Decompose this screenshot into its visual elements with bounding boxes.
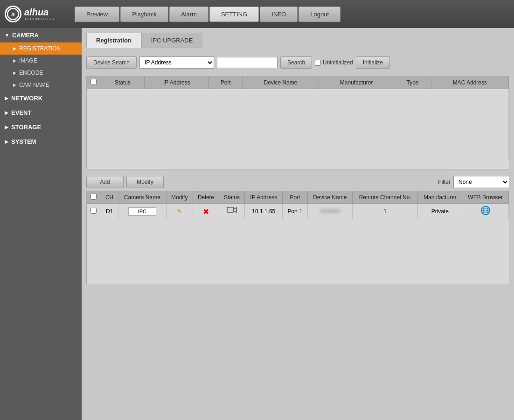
svg-text:a: a xyxy=(11,11,14,18)
search-input[interactable] xyxy=(217,57,278,68)
row-checkbox[interactable] xyxy=(90,208,97,214)
sidebar-item-registration[interactable]: ▶ REGISTRATION xyxy=(0,42,82,55)
col-port: Port xyxy=(209,77,243,89)
uninitialized-checkbox-label[interactable]: Uninitialized xyxy=(315,59,353,66)
col-ip-address: IP Address xyxy=(145,77,209,89)
sidebar-section-network: ▶ NETWORK xyxy=(0,91,82,105)
logo-icon: a xyxy=(5,6,21,22)
logo-text: alhua xyxy=(24,7,55,17)
main-nav: Preview Playback Alarm SETTING INFO Logo… xyxy=(75,7,340,22)
sidebar-section-system: ▶ SYSTEM xyxy=(0,134,82,149)
row-delete[interactable]: ✖ xyxy=(193,204,219,219)
sidebar-item-label: REGISTRATION xyxy=(19,45,61,52)
lower-table: CH Camera Name Modify Delete Status IP A… xyxy=(87,191,509,219)
col-modify: Modify xyxy=(166,191,193,204)
sidebar-item-image[interactable]: ▶ IMAGE xyxy=(0,55,82,67)
tab-bar: Registration IPC UPGRADE xyxy=(86,33,509,48)
arrow-icon: ▶ xyxy=(13,83,16,87)
select-all-checkbox-upper[interactable] xyxy=(90,79,97,85)
sidebar-section-event: ▶ EVENT xyxy=(0,105,82,120)
upper-table: Status IP Address Port Device Name Manuf… xyxy=(87,77,509,159)
uninitialized-label: Uninitialized xyxy=(323,59,353,66)
col-type: Type xyxy=(394,77,431,89)
tab-ipc-upgrade[interactable]: IPC UPGRADE xyxy=(141,33,203,48)
lower-table-header-row: CH Camera Name Modify Delete Status IP A… xyxy=(87,191,509,204)
arrow-icon: ▼ xyxy=(5,33,9,38)
col-ch: CH xyxy=(101,191,118,204)
row-web-browser[interactable] xyxy=(462,204,509,219)
device-search-button[interactable]: Device Search xyxy=(86,56,137,69)
sidebar-item-encode[interactable]: ▶ ENCODE xyxy=(0,67,82,79)
tab-registration[interactable]: Registration xyxy=(86,33,141,48)
initialize-button[interactable]: Initialize xyxy=(356,56,390,69)
col-camera-name: Camera Name xyxy=(118,191,166,204)
sidebar-section-label: EVENT xyxy=(11,109,31,116)
arrow-icon: ▶ xyxy=(13,46,16,51)
main-content: Registration IPC UPGRADE Device Search I… xyxy=(82,28,514,420)
upper-table-body xyxy=(87,89,509,159)
col-manufacturer: Manufacturer xyxy=(418,191,462,204)
empty-row xyxy=(87,89,509,159)
sidebar: ▼ CAMERA ▶ REGISTRATION ▶ IMAGE ▶ ENCODE… xyxy=(0,28,82,420)
web-browser-icon[interactable] xyxy=(481,209,490,217)
lower-table-body: D1 ✎ ✖ xyxy=(87,204,509,219)
search-filter-select[interactable]: IP Address Device Name MAC Address xyxy=(139,56,214,69)
row-checkbox-cell xyxy=(87,204,101,219)
sidebar-section-label: SYSTEM xyxy=(11,138,36,145)
filter-label: Filter xyxy=(438,179,451,185)
modify-button[interactable]: Modify xyxy=(126,176,164,188)
table-row: D1 ✎ ✖ xyxy=(87,204,509,219)
col-remote-channel: Remote Channel No. xyxy=(353,191,418,204)
select-all-checkbox-lower[interactable] xyxy=(90,194,97,200)
camera-name-input[interactable] xyxy=(128,207,156,216)
sidebar-title-event[interactable]: ▶ EVENT xyxy=(0,105,82,120)
nav-info[interactable]: INFO xyxy=(260,7,298,22)
row-port: Port 1 xyxy=(283,204,307,219)
sidebar-item-label: IMAGE xyxy=(19,57,37,64)
sidebar-item-label: ENCODE xyxy=(19,70,43,76)
nav-setting[interactable]: SETTING xyxy=(209,7,259,22)
sidebar-item-camname[interactable]: ▶ CAM NAME xyxy=(0,79,82,91)
nav-preview[interactable]: Preview xyxy=(75,7,119,22)
delete-icon[interactable]: ✖ xyxy=(203,208,209,216)
logo-subtitle: TECHNOLOGY xyxy=(24,17,55,21)
sidebar-section-camera: ▼ CAMERA ▶ REGISTRATION ▶ IMAGE ▶ ENCODE… xyxy=(0,28,82,91)
row-manufacturer: Private xyxy=(418,204,462,219)
arrow-icon: ▶ xyxy=(13,70,16,75)
col-mac-address: MAC Address xyxy=(431,77,508,89)
nav-alarm[interactable]: Alarm xyxy=(169,7,208,22)
col-delete: Delete xyxy=(193,191,219,204)
sidebar-title-network[interactable]: ▶ NETWORK xyxy=(0,91,82,105)
add-button[interactable]: Add xyxy=(86,176,124,188)
uninitialized-checkbox[interactable] xyxy=(315,60,321,66)
row-status xyxy=(219,204,244,219)
upper-table-container: Status IP Address Port Device Name Manuf… xyxy=(86,76,509,169)
nav-logout[interactable]: Logout xyxy=(299,7,340,22)
upper-table-header-row: Status IP Address Port Device Name Manuf… xyxy=(87,77,509,89)
lower-table-container: CH Camera Name Modify Delete Status IP A… xyxy=(86,191,509,284)
row-device-name: •••••••••• xyxy=(307,204,353,219)
header: a alhua TECHNOLOGY Preview Playback Alar… xyxy=(0,0,514,28)
row-camera-name xyxy=(118,204,166,219)
filter-select[interactable]: None Private ONVIF xyxy=(453,176,509,188)
sidebar-title-camera[interactable]: ▼ CAMERA xyxy=(0,28,82,42)
arrow-icon: ▶ xyxy=(5,96,8,101)
action-bar: Add Modify Filter None Private ONVIF xyxy=(86,173,509,191)
nav-playback[interactable]: Playback xyxy=(120,7,168,22)
sidebar-section-storage: ▶ STORAGE xyxy=(0,120,82,134)
svg-marker-3 xyxy=(234,208,236,212)
col-device-name: Device Name xyxy=(243,77,319,89)
sidebar-title-storage[interactable]: ▶ STORAGE xyxy=(0,120,82,134)
arrow-icon: ▶ xyxy=(13,58,16,63)
row-modify[interactable]: ✎ xyxy=(166,204,193,219)
row-ch: D1 xyxy=(101,204,118,219)
sidebar-title-system[interactable]: ▶ SYSTEM xyxy=(0,134,82,149)
search-button[interactable]: Search xyxy=(280,56,312,69)
col-ip-address: IP Address xyxy=(245,191,283,204)
sidebar-item-label: CAM NAME xyxy=(19,82,49,88)
col-port: Port xyxy=(283,191,307,204)
col-checkbox xyxy=(87,77,101,89)
sidebar-section-label: CAMERA xyxy=(12,32,39,39)
sidebar-section-label: NETWORK xyxy=(11,95,42,102)
modify-icon[interactable]: ✎ xyxy=(177,208,182,215)
